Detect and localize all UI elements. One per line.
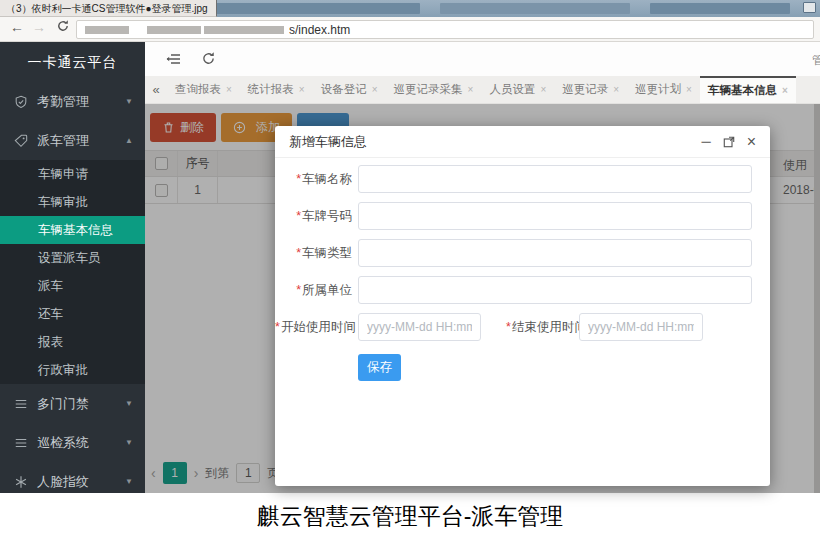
- asterisk-icon: [14, 475, 28, 489]
- back-icon[interactable]: ←: [8, 19, 26, 35]
- app-refresh-icon[interactable]: [201, 51, 217, 67]
- maximize-icon[interactable]: [723, 136, 735, 148]
- dispatch-submenu: 车辆申请 车辆审批 车辆基本信息 设置派车员 派车 还车 报表 行政审批: [0, 160, 145, 384]
- redacted-block: [147, 26, 201, 34]
- sidebar-item-inspection[interactable]: 巡检系统 ▼: [0, 423, 145, 462]
- browser-titlebar: （3）依时利一卡通CS管理软件●登录管理.jpg: [0, 0, 820, 17]
- chevron-up-icon: ▲: [125, 136, 133, 145]
- sidebar-item-label: 多门门禁: [37, 395, 89, 413]
- close-icon[interactable]: ×: [372, 84, 378, 95]
- sidebar-item-label: 巡检系统: [37, 434, 89, 452]
- sidebar-item-door-access[interactable]: 多门门禁 ▼: [0, 384, 145, 423]
- vehicle-type-label: *车辆类型: [275, 245, 358, 262]
- chevron-down-icon: ▼: [125, 438, 133, 447]
- minimize-icon[interactable]: ─: [701, 135, 710, 148]
- end-time-input[interactable]: [579, 313, 703, 341]
- url-text: s/index.htm: [289, 23, 350, 37]
- browser-tab[interactable]: （3）依时利一卡通CS管理软件●登录管理.jpg: [0, 0, 217, 17]
- tab-query-report[interactable]: 查询报表 ×: [167, 76, 240, 103]
- vehicle-type-input[interactable]: [358, 239, 752, 267]
- sidebar-item-label: 人脸指纹: [37, 473, 89, 491]
- sidebar-item-face-fingerprint[interactable]: 人脸指纹 ▼: [0, 462, 145, 493]
- submenu-dispatch[interactable]: 派车: [0, 272, 145, 300]
- start-time-label: *开始使用时间: [275, 319, 358, 336]
- close-icon[interactable]: ×: [686, 84, 692, 95]
- add-vehicle-modal: 新增车辆信息 ─ × *车辆名称 *车牌号码: [275, 126, 770, 486]
- browser-toolbar: ← → s/index.htm: [0, 17, 820, 42]
- close-icon[interactable]: ×: [226, 84, 232, 95]
- clipped-user-glyph: 管: [812, 52, 820, 69]
- submenu-vehicle-apply[interactable]: 车辆申请: [0, 160, 145, 188]
- tab-bar: « 查询报表 × 统计报表 × 设备登记 × 巡更记录采集 ×: [145, 76, 820, 104]
- sidebar-item-attendance[interactable]: 考勤管理 ▼: [0, 82, 145, 121]
- submenu-vehicle-basic-info[interactable]: 车辆基本信息: [0, 216, 145, 244]
- chevron-down-icon: ▼: [125, 97, 133, 106]
- modal-controls: ─ ×: [701, 134, 756, 150]
- redacted-block: [650, 3, 790, 14]
- close-icon[interactable]: ×: [540, 84, 546, 95]
- tab-vehicle-basic-info[interactable]: 车辆基本信息 ×: [700, 76, 796, 103]
- redacted-block: [440, 3, 630, 14]
- vehicle-name-input[interactable]: [358, 165, 752, 193]
- redacted-block: [85, 26, 129, 34]
- owning-unit-input[interactable]: [358, 276, 752, 304]
- sidebar: 一卡通云平台 考勤管理 ▼ 派车管理 ▲ 车辆申请 车辆审批 车辆基本信息 设置: [0, 42, 145, 493]
- app-window: 一卡通云平台 考勤管理 ▼ 派车管理 ▲ 车辆申请 车辆审批 车辆基本信息 设置: [0, 42, 820, 493]
- tabs-collapse-icon[interactable]: «: [145, 76, 167, 103]
- app-toolbar: 管: [145, 42, 820, 76]
- submenu-report[interactable]: 报表: [0, 328, 145, 356]
- redacted-block: [204, 26, 284, 34]
- close-icon[interactable]: ×: [299, 84, 305, 95]
- tab-patrol-plan[interactable]: 巡更计划 ×: [627, 76, 700, 103]
- close-icon[interactable]: ×: [747, 134, 756, 150]
- page-caption: 麒云智慧云管理平台-派车管理: [0, 493, 820, 540]
- browser-tab-title: （3）依时利一卡通CS管理软件●登录管理.jpg: [6, 3, 208, 14]
- start-time-input[interactable]: [358, 313, 481, 341]
- owning-unit-label: *所属单位: [275, 282, 358, 299]
- modal-title: 新增车辆信息: [289, 133, 367, 151]
- end-time-label: *结束使用时间: [506, 319, 579, 336]
- submenu-admin-approval[interactable]: 行政审批: [0, 356, 145, 384]
- tab-personnel-settings[interactable]: 人员设置 ×: [481, 76, 554, 103]
- submenu-vehicle-approve[interactable]: 车辆审批: [0, 188, 145, 216]
- modal-body: *车辆名称 *车牌号码 *车辆类型 *所属单位 *开始使用时间: [275, 158, 770, 381]
- chevron-down-icon: ▼: [125, 477, 133, 486]
- plate-number-label: *车牌号码: [275, 208, 358, 225]
- url-bar[interactable]: s/index.htm: [76, 20, 814, 39]
- list-icon: [14, 436, 28, 450]
- tab-patrol-record-collect[interactable]: 巡更记录采集 ×: [386, 76, 482, 103]
- tag-icon: [14, 134, 28, 148]
- sidebar-item-dispatch[interactable]: 派车管理 ▲: [0, 121, 145, 160]
- close-icon[interactable]: ×: [782, 85, 788, 96]
- browser-refresh-icon[interactable]: [54, 19, 72, 36]
- submenu-return-vehicle[interactable]: 还车: [0, 300, 145, 328]
- menu-fold-icon[interactable]: [165, 51, 181, 67]
- shield-check-icon: [14, 95, 28, 109]
- submenu-set-dispatcher[interactable]: 设置派车员: [0, 244, 145, 272]
- modal-header: 新增车辆信息 ─ ×: [275, 126, 770, 158]
- list-icon: [14, 397, 28, 411]
- tab-patrol-record[interactable]: 巡更记录 ×: [554, 76, 627, 103]
- close-icon[interactable]: ×: [468, 84, 474, 95]
- plate-number-input[interactable]: [358, 202, 752, 230]
- chevron-down-icon: ▼: [125, 399, 133, 408]
- forward-icon[interactable]: →: [30, 19, 48, 35]
- window-control-icon[interactable]: [803, 2, 816, 13]
- platform-title: 一卡通云平台: [0, 42, 145, 82]
- tab-device-register[interactable]: 设备登记 ×: [313, 76, 386, 103]
- screen: （3）依时利一卡通CS管理软件●登录管理.jpg ← → s/index.htm…: [0, 0, 820, 540]
- sidebar-item-label: 考勤管理: [37, 93, 89, 111]
- tab-stats-report[interactable]: 统计报表 ×: [240, 76, 313, 103]
- save-button[interactable]: 保存: [358, 354, 401, 381]
- sidebar-item-label: 派车管理: [37, 132, 89, 150]
- vehicle-name-label: *车辆名称: [275, 171, 358, 188]
- close-icon[interactable]: ×: [613, 84, 619, 95]
